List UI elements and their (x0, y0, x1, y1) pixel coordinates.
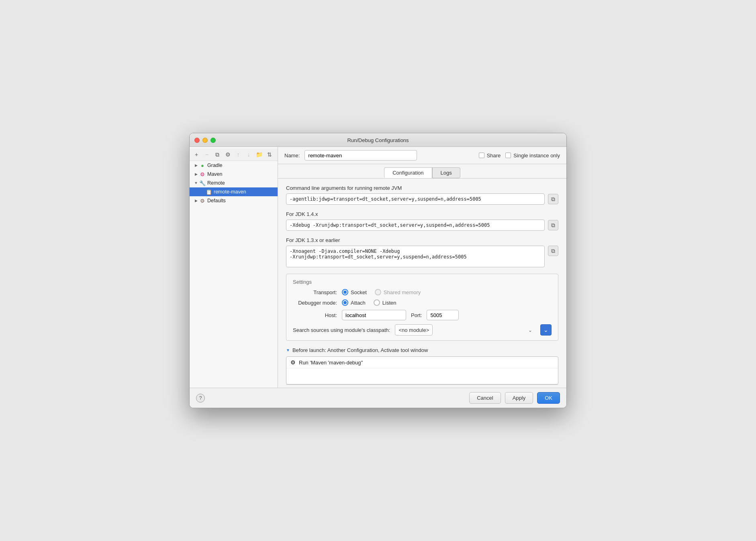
sidebar: + − ⧉ ⚙ ↑ ↓ 📁 ⇅ ▶ ● Gradle ▶ ⚙ Maven ▼ (190, 147, 278, 388)
window-controls (194, 138, 216, 143)
share-label: Share (487, 153, 501, 159)
config-area: Command line arguments for running remot… (278, 179, 566, 388)
cmd-input[interactable] (286, 193, 545, 205)
transport-radio-group: Socket Shared memory (342, 289, 421, 295)
shared-memory-radio[interactable] (375, 289, 381, 295)
sort-config-button[interactable]: ⇅ (265, 150, 274, 159)
remote-maven-spacer (199, 189, 206, 195)
maven-toggle: ▶ (193, 171, 199, 177)
single-instance-checkbox[interactable] (505, 153, 511, 158)
jdk13-textarea[interactable]: -Xnoagent -Djava.compiler=NONE -Xdebug -… (286, 246, 545, 267)
cmd-row: ⧉ (286, 193, 558, 205)
socket-option[interactable]: Socket (342, 289, 367, 295)
listen-label: Listen (382, 300, 396, 306)
launch-down-button[interactable]: ▼ (331, 386, 340, 388)
listen-radio[interactable] (374, 299, 380, 306)
share-checkbox[interactable] (479, 153, 484, 158)
help-button[interactable]: ? (196, 394, 205, 403)
sidebar-item-label: Maven (207, 171, 223, 177)
attach-option[interactable]: Attach (342, 299, 366, 306)
launch-toolbar: + − ✏ ▲ ▼ (286, 384, 558, 388)
sidebar-item-remote-maven[interactable]: 📋 remote-maven (190, 187, 278, 196)
socket-radio[interactable] (342, 289, 348, 295)
host-port-row: Host: Port: (293, 310, 552, 320)
footer-left: ? (196, 394, 205, 403)
listen-option[interactable]: Listen (374, 299, 396, 306)
up-config-button[interactable]: ↑ (234, 150, 243, 159)
launch-item-text: Run 'Maven 'maven-debug'' (299, 360, 363, 366)
launch-remove-button[interactable]: − (300, 386, 309, 388)
sidebar-item-gradle[interactable]: ▶ ● Gradle (190, 161, 278, 170)
launch-add-button[interactable]: + (289, 386, 298, 388)
add-config-button[interactable]: + (192, 150, 201, 159)
name-label: Name: (284, 153, 300, 159)
title-bar: Run/Debug Configurations (190, 133, 566, 147)
attach-label: Attach (351, 300, 366, 306)
module-select-wrapper: <no module> (395, 324, 535, 336)
remove-config-button[interactable]: − (202, 150, 211, 159)
module-label: Search sources using module's classpath: (293, 327, 390, 333)
port-input[interactable] (427, 310, 459, 320)
host-input[interactable] (342, 310, 406, 320)
single-instance-label: Single instance only (513, 153, 560, 159)
sidebar-item-label: Remote (207, 180, 225, 186)
sidebar-item-defaults[interactable]: ▶ ⚙ Defaults (190, 196, 278, 205)
footer: ? Cancel Apply OK (190, 388, 566, 408)
settings-title: Settings (293, 279, 552, 285)
sidebar-item-maven[interactable]: ▶ ⚙ Maven (190, 170, 278, 179)
copy-cmd-button[interactable]: ⧉ (548, 194, 558, 204)
transport-row: Transport: Socket Shared memory (293, 289, 552, 295)
transport-label: Transport: (293, 289, 337, 295)
remote-maven-icon: 📋 (206, 189, 212, 195)
before-launch-title[interactable]: ▼ Before launch: Another Configuration, … (286, 347, 558, 353)
launch-edit-button[interactable]: ✏ (310, 386, 319, 388)
cancel-button[interactable]: Cancel (469, 392, 501, 404)
single-instance-row: Single instance only (505, 153, 560, 159)
jdk13-label: For JDK 1.3.x or earlier (286, 237, 558, 243)
before-launch-section: ▼ Before launch: Another Configuration, … (286, 347, 558, 388)
gradle-icon: ● (199, 162, 206, 169)
jdk14-label: For JDK 1.4.x (286, 211, 558, 217)
sidebar-item-label: Defaults (207, 198, 226, 203)
down-config-button[interactable]: ↓ (244, 150, 253, 159)
maximize-button[interactable] (210, 138, 216, 143)
jdk13-row: -Xnoagent -Djava.compiler=NONE -Xdebug -… (286, 246, 558, 267)
remote-toggle: ▼ (193, 180, 199, 186)
jdk14-row: ⧉ (286, 220, 558, 231)
launch-up-button[interactable]: ▲ (321, 386, 329, 388)
debugger-mode-row: Debugger mode: Attach Listen (293, 299, 552, 306)
minimize-button[interactable] (202, 138, 208, 143)
gradle-toggle: ▶ (193, 162, 199, 169)
folder-config-button[interactable]: 📁 (255, 150, 264, 159)
attach-radio[interactable] (342, 299, 348, 306)
before-launch-label: Before launch: Another Configuration, Ac… (292, 347, 428, 353)
host-label: Host: (293, 312, 337, 318)
sidebar-item-remote[interactable]: ▼ 🔧 Remote (190, 179, 278, 187)
copy-config-button[interactable]: ⧉ (213, 150, 222, 159)
maven-icon: ⚙ (199, 171, 206, 177)
copy-jdk13-button[interactable]: ⧉ (548, 246, 558, 256)
sidebar-item-label: Gradle (207, 163, 223, 168)
close-button[interactable] (194, 138, 200, 143)
socket-label: Socket (351, 289, 367, 295)
tab-logs[interactable]: Logs (432, 167, 460, 178)
sidebar-item-label: remote-maven (214, 189, 246, 195)
module-arrow-btn[interactable]: ⌄ (540, 324, 552, 336)
footer-right: Cancel Apply OK (469, 392, 560, 404)
tabs-row: Configuration Logs (278, 164, 566, 179)
ok-button[interactable]: OK (537, 392, 560, 404)
jdk14-input[interactable] (286, 220, 545, 231)
settings-config-button[interactable]: ⚙ (223, 150, 232, 159)
share-row: Share (479, 153, 501, 159)
port-label: Port: (411, 312, 422, 318)
module-select[interactable]: <no module> (395, 324, 433, 336)
name-input[interactable] (304, 150, 417, 161)
defaults-toggle: ▶ (193, 197, 199, 204)
apply-button[interactable]: Apply (505, 392, 533, 404)
tab-configuration[interactable]: Configuration (384, 167, 432, 178)
launch-item-icon: ⚙ (290, 359, 296, 366)
dialog: Run/Debug Configurations + − ⧉ ⚙ ↑ ↓ 📁 ⇅… (189, 133, 567, 408)
shared-memory-option[interactable]: Shared memory (375, 289, 421, 295)
copy-jdk14-button[interactable]: ⧉ (548, 220, 558, 230)
dialog-title: Run/Debug Configurations (347, 137, 409, 143)
